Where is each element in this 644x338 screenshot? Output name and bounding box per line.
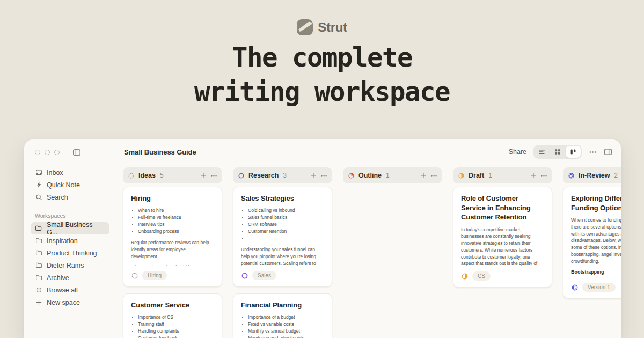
column-header-in-review: In-Review2 xyxy=(563,167,621,183)
kanban-board: Ideas5HiringWhen to hireFull-time vs fre… xyxy=(115,164,621,338)
column-header-research: Research3 xyxy=(233,167,332,183)
card-bullet: Cold calling vs inbound xyxy=(248,207,324,214)
card-bullet: Importance of CS xyxy=(138,314,214,321)
card-paragraph: When it comes to funding your business, … xyxy=(571,217,621,264)
card-bullet-list: When to hireFull-time vs freelanceInterv… xyxy=(131,207,214,236)
sidebar-item-new-space[interactable]: New space xyxy=(31,296,109,308)
bolt-icon xyxy=(35,181,42,188)
column-header-outline: Outline1 xyxy=(343,167,442,183)
workspaces-list: Small Business G...InspirationProduct Th… xyxy=(31,222,109,308)
inbox-icon xyxy=(35,169,42,176)
sidebar-item-inbox[interactable]: Inbox xyxy=(31,166,109,179)
card-bullet: Monthly vs annual budget xyxy=(248,328,324,335)
folder-icon xyxy=(35,237,42,244)
sidebar-item-archive[interactable]: Archive xyxy=(31,271,109,284)
card-customer-service[interactable]: Customer ServiceImportance of CSTraining… xyxy=(123,293,222,338)
hero-title-line2: writing workspace xyxy=(194,77,450,107)
card-bullet: Handling complaints xyxy=(138,328,214,335)
column-name: Research xyxy=(248,172,279,179)
card-subheading: Bootstrapping xyxy=(571,269,621,275)
page: { "brand": { "name": "Strut" }, "hero": … xyxy=(0,0,644,338)
column-more-icon[interactable] xyxy=(430,172,437,179)
card-footer: CS xyxy=(461,266,544,281)
card-footer: Sales xyxy=(241,266,324,280)
card-title: Exploring Different Funding Options xyxy=(571,194,621,212)
sidebar-item-label: Product Thinking xyxy=(47,249,97,257)
sidebar-item-label: Quick Note xyxy=(47,181,80,189)
column-count: 5 xyxy=(160,172,164,179)
add-card-icon[interactable] xyxy=(530,172,537,179)
window-control-circle[interactable] xyxy=(35,150,40,155)
card-faded-text: When to Hire: Hiring should be considere… xyxy=(131,264,214,266)
ring-icon xyxy=(241,272,248,280)
sidebar-item-label: Search xyxy=(47,194,68,201)
sidebar-item-inspiration[interactable]: Inspiration xyxy=(31,234,109,247)
sidebar-item-search[interactable]: Search xyxy=(31,191,109,203)
card-bullet: CRM software xyxy=(248,221,324,228)
card-bullet: Sales funnel basics xyxy=(248,214,324,221)
card-exploring-different-funding-options[interactable]: Exploring Different Funding OptionsWhen … xyxy=(563,187,621,299)
brand-name: Strut xyxy=(318,20,347,35)
column-more-icon[interactable] xyxy=(210,172,217,179)
card-body: HiringWhen to hireFull-time vs freelance… xyxy=(131,194,214,266)
card-hiring[interactable]: HiringWhen to hireFull-time vs freelance… xyxy=(123,187,222,287)
grid-view-icon[interactable] xyxy=(550,146,565,158)
sidebar-item-product-thinking[interactable]: Product Thinking xyxy=(31,247,109,259)
card-footer: Hiring xyxy=(131,266,214,280)
card-body: Exploring Different Funding OptionsWhen … xyxy=(571,194,621,277)
card-bullet: Onboarding process xyxy=(138,228,214,235)
window-control-circle[interactable] xyxy=(54,150,60,155)
card-role-of-customer-service-in-enhancing-customer-retention[interactable]: Role of Customer Service in Enhancing Cu… xyxy=(453,187,552,288)
sidebar-item-dieter-rams[interactable]: Dieter Rams xyxy=(31,259,109,271)
column-count: 3 xyxy=(283,172,287,179)
window-control-circle[interactable] xyxy=(45,150,50,155)
window-controls xyxy=(31,148,109,157)
card-bullet: Monitoring and adjustments xyxy=(248,335,324,338)
card-financial-planning[interactable]: Financial PlanningImportance of a budget… xyxy=(233,293,332,338)
card-bullet: Full-time vs freelance xyxy=(138,214,214,221)
card-bullet: Importance of a budget xyxy=(248,314,324,321)
list-view-icon[interactable] xyxy=(535,146,550,158)
column-count: 2 xyxy=(614,172,618,179)
sidebar-item-quick-note[interactable]: Quick Note xyxy=(31,179,109,191)
board-title: Small Business Guide xyxy=(124,148,196,156)
column-more-icon[interactable] xyxy=(540,172,547,179)
dashed-circle-icon xyxy=(131,272,138,280)
column-name: Ideas xyxy=(138,172,156,179)
kanban-view-icon[interactable] xyxy=(566,146,581,158)
folder-icon xyxy=(35,262,42,269)
column-in-review: In-Review2Exploring Different Funding Op… xyxy=(563,167,621,299)
card-sales-strategies[interactable]: Sales StrategiesCold calling vs inboundS… xyxy=(233,187,332,287)
pie-quarter-icon xyxy=(348,172,355,179)
share-button[interactable]: Share xyxy=(509,148,526,156)
card-bullet: Customer feedback xyxy=(138,335,214,338)
folder-icon xyxy=(35,274,42,281)
dashed-circle-icon xyxy=(128,172,135,179)
card-tag[interactable]: Sales xyxy=(252,271,276,280)
sidebar-item-browse-all[interactable]: Browse all xyxy=(31,284,109,296)
card-bullet: Customer retention xyxy=(248,228,324,235)
card-title: Sales Strategies xyxy=(241,194,324,203)
column-name: Outline xyxy=(358,172,382,179)
sidebar-item-label: Inbox xyxy=(47,169,63,177)
card-body: Customer ServiceImportance of CSTraining… xyxy=(131,300,214,338)
panel-toggle-icon[interactable] xyxy=(604,148,612,156)
sidebar-toggle-icon[interactable] xyxy=(72,148,81,157)
column-more-icon[interactable] xyxy=(320,172,327,179)
card-tag[interactable]: Hiring xyxy=(142,271,167,280)
add-card-icon[interactable] xyxy=(200,172,207,179)
add-card-icon[interactable] xyxy=(310,172,317,179)
sidebar-item-label: New space xyxy=(47,299,80,306)
add-card-icon[interactable] xyxy=(420,172,427,179)
column-cards: HiringWhen to hireFull-time vs freelance… xyxy=(123,187,222,338)
column-outline: Outline1 xyxy=(343,167,442,187)
column-count: 1 xyxy=(386,172,390,179)
card-tag[interactable]: Version 1 xyxy=(582,283,616,292)
card-tag[interactable]: CS xyxy=(472,271,491,281)
card-footer: Version 1 xyxy=(571,277,621,292)
hero-title-line1: The complete xyxy=(232,42,412,73)
more-options-icon[interactable] xyxy=(589,148,597,156)
sidebar-item-small-business-g[interactable]: Small Business G... xyxy=(31,222,109,234)
column-header-ideas: Ideas5 xyxy=(123,167,222,183)
view-mode-switcher xyxy=(533,145,582,159)
